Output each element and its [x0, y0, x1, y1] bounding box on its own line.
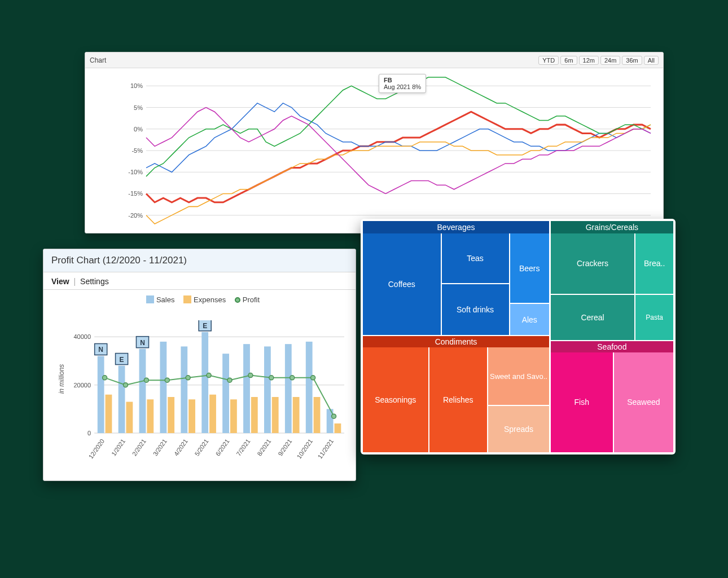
treemap-cell-seaweed[interactable]: Seaweed — [613, 352, 673, 452]
profit-chart-title: Profit Chart (12/2020 - 11/2021) — [43, 249, 356, 272]
range-button-24m[interactable]: 24m — [600, 56, 620, 65]
stock-tooltip: FB Aug 2021 8% — [379, 74, 426, 93]
treemap-cell-beers[interactable]: Beers — [509, 233, 550, 303]
tooltip-detail: Aug 2021 8% — [384, 83, 421, 90]
svg-rect-36 — [251, 397, 258, 433]
svg-rect-24 — [126, 402, 133, 433]
svg-rect-38 — [272, 397, 279, 433]
svg-text:-20%: -20% — [128, 212, 143, 219]
profit-chart-panel: Profit Chart (12/2020 - 11/2021) View | … — [43, 249, 356, 481]
treemap-cell-bread[interactable]: Brea.. — [634, 233, 673, 294]
svg-text:-10%: -10% — [128, 169, 143, 175]
svg-rect-32 — [209, 395, 216, 433]
svg-text:2/2021: 2/2021 — [131, 438, 147, 457]
range-button-6m[interactable]: 6m — [560, 56, 577, 65]
legend-label-sales[interactable]: Sales — [156, 295, 175, 304]
range-button-all[interactable]: All — [644, 56, 659, 65]
svg-point-45 — [103, 376, 107, 380]
svg-text:1/2021: 1/2021 — [110, 438, 126, 457]
svg-text:4/2021: 4/2021 — [173, 438, 189, 457]
svg-rect-41 — [306, 342, 313, 433]
svg-rect-25 — [139, 349, 146, 433]
legend-label-expenses[interactable]: Expenses — [194, 295, 226, 304]
treemap-cell-seasonings[interactable]: Seasonings — [363, 347, 428, 452]
legend-swatch-sales — [146, 295, 154, 303]
svg-point-55 — [311, 376, 315, 380]
stock-plot-area[interactable]: -20%-15%-10%-5%0%5%10% — [119, 74, 655, 227]
svg-rect-28 — [168, 397, 174, 433]
range-selector: YTD 6m 12m 24m 36m All — [538, 56, 659, 65]
range-button-ytd[interactable]: YTD — [538, 56, 559, 65]
svg-rect-37 — [264, 346, 271, 433]
treemap-cell-teas[interactable]: Teas — [441, 233, 509, 284]
svg-rect-42 — [314, 397, 321, 433]
svg-text:-5%: -5% — [131, 147, 143, 154]
profit-tabs: View | Settings — [43, 272, 356, 290]
treemap-cell-softdrinks[interactable]: Soft drinks — [441, 284, 509, 335]
treemap-cell-crackers[interactable]: Crackers — [551, 233, 635, 294]
treemap-cell-relishes[interactable]: Relishes — [428, 347, 488, 452]
svg-rect-21 — [98, 356, 104, 433]
svg-text:11/2021: 11/2021 — [316, 438, 335, 460]
svg-rect-26 — [147, 399, 154, 433]
treemap-header-beverages[interactable]: Beverages — [363, 221, 549, 233]
svg-point-54 — [290, 376, 295, 380]
svg-rect-39 — [285, 344, 292, 433]
svg-text:40000: 40000 — [73, 333, 91, 340]
stock-chart-panel: Chart YTD 6m 12m 24m 36m All -20%-15%-10… — [85, 52, 664, 233]
svg-text:7/2021: 7/2021 — [235, 438, 251, 457]
svg-rect-33 — [222, 354, 229, 433]
svg-text:10/2021: 10/2021 — [296, 438, 314, 460]
svg-text:20000: 20000 — [73, 382, 91, 389]
svg-text:-15%: -15% — [128, 190, 143, 197]
tab-separator: | — [74, 277, 76, 286]
svg-text:E: E — [203, 322, 207, 330]
tab-settings[interactable]: Settings — [80, 277, 109, 286]
svg-text:0%: 0% — [134, 126, 143, 133]
svg-rect-27 — [160, 342, 166, 433]
treemap-header-seafood[interactable]: Seafood — [551, 340, 673, 352]
svg-point-49 — [186, 376, 190, 380]
svg-point-47 — [144, 378, 148, 382]
svg-rect-29 — [181, 346, 187, 433]
svg-text:0: 0 — [87, 430, 91, 436]
tab-view[interactable]: View — [51, 277, 69, 286]
svg-text:N: N — [98, 346, 103, 354]
treemap[interactable]: Beverages Coffees Teas Soft drinks Beers… — [363, 221, 673, 452]
svg-point-56 — [332, 414, 336, 418]
svg-point-48 — [165, 378, 169, 382]
svg-text:E: E — [120, 356, 124, 364]
svg-point-52 — [248, 373, 253, 378]
svg-rect-40 — [293, 397, 300, 433]
treemap-header-condiments[interactable]: Condiments — [363, 335, 549, 347]
treemap-cell-ales[interactable]: Ales — [509, 303, 550, 335]
svg-rect-44 — [335, 423, 341, 433]
svg-point-53 — [269, 376, 274, 380]
range-button-12m[interactable]: 12m — [579, 56, 599, 65]
profit-legend: Sales Expenses Profit — [43, 290, 356, 306]
treemap-cell-spreads[interactable]: Spreads — [487, 405, 549, 452]
stock-chart-header: Chart YTD 6m 12m 24m 36m All — [85, 52, 663, 68]
svg-text:6/2021: 6/2021 — [214, 438, 230, 457]
treemap-cell-pasta[interactable]: Pasta — [634, 294, 673, 340]
legend-label-profit[interactable]: Profit — [243, 295, 260, 304]
svg-text:N: N — [140, 339, 145, 347]
stock-chart-title: Chart — [90, 56, 106, 64]
treemap-header-grains[interactable]: Grains/Cereals — [551, 221, 673, 233]
svg-rect-22 — [106, 395, 112, 433]
svg-text:8/2021: 8/2021 — [256, 438, 272, 457]
svg-point-51 — [227, 378, 232, 382]
svg-text:9/2021: 9/2021 — [277, 438, 293, 457]
treemap-cell-cereal[interactable]: Cereal — [551, 294, 635, 340]
svg-point-50 — [207, 373, 211, 378]
svg-text:3/2021: 3/2021 — [152, 438, 168, 457]
svg-rect-30 — [188, 399, 195, 433]
treemap-cell-sweet[interactable]: Sweet and Savo.. — [487, 347, 549, 405]
svg-text:5%: 5% — [134, 104, 143, 111]
treemap-cell-coffees[interactable]: Coffees — [363, 233, 441, 335]
svg-rect-34 — [230, 399, 237, 433]
treemap-cell-fish[interactable]: Fish — [551, 352, 613, 452]
svg-text:in millions: in millions — [58, 364, 65, 394]
range-button-36m[interactable]: 36m — [622, 56, 642, 65]
profit-plot-area[interactable]: in millions0200004000012/20201/20212/202… — [56, 320, 350, 473]
